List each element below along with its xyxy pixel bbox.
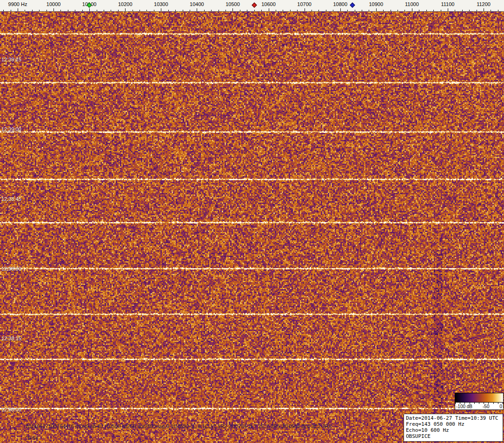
freq-tick xyxy=(362,10,362,11)
freq-tick xyxy=(484,8,484,11)
freq-tick xyxy=(419,10,419,11)
freq-tick xyxy=(283,10,283,11)
freq-marker-red-icon[interactable] xyxy=(252,2,257,7)
freq-tick xyxy=(204,10,205,11)
freq-tick xyxy=(383,10,384,11)
freq-axis-label: 9900 Hz xyxy=(8,1,27,7)
freq-tick xyxy=(398,10,398,11)
freq-axis-label: 10800 xyxy=(333,1,347,7)
freq-tick xyxy=(68,10,68,11)
scale-label-max: 0 xyxy=(499,404,502,409)
freq-tick xyxy=(426,10,427,11)
freq-tick xyxy=(197,8,197,11)
freq-tick xyxy=(433,10,434,11)
info-date-time: Date=2014-06-27 Time=10:39 UTC xyxy=(406,415,501,421)
freq-tick xyxy=(477,10,477,11)
status-info-box: Date=2014-06-27 Time=10:39 UTC Freq=143 … xyxy=(404,414,503,442)
time-label: 12:39:00 xyxy=(1,126,21,132)
cursor-readout-text: ^t+54 xyxy=(26,435,38,441)
freq-tick xyxy=(82,10,83,11)
info-station-name: OBSUPICE xyxy=(406,433,501,439)
freq-tick xyxy=(161,8,161,11)
freq-tick xyxy=(211,10,212,11)
time-label: 12:39:15 xyxy=(1,57,21,62)
freq-tick xyxy=(254,10,255,11)
time-label: 12:38:00 xyxy=(1,407,21,412)
freq-tick xyxy=(491,10,491,11)
freq-tick xyxy=(498,10,498,11)
freq-tick xyxy=(11,10,11,11)
freq-tick xyxy=(125,8,126,11)
freq-tick xyxy=(340,8,341,11)
freq-axis-label: 10600 xyxy=(261,1,276,7)
freq-tick xyxy=(97,10,97,11)
freq-tick xyxy=(133,10,133,11)
freq-tick xyxy=(347,10,348,11)
freq-tick xyxy=(111,10,111,11)
freq-tick xyxy=(312,10,312,11)
freq-axis-label: 10700 xyxy=(297,1,312,7)
freq-axis-label: 10900 xyxy=(369,1,384,7)
freq-tick xyxy=(75,10,75,11)
freq-tick xyxy=(118,10,119,11)
time-label: 12:38:45 xyxy=(1,196,21,202)
freq-axis-label: 10500 xyxy=(225,1,240,7)
freq-tick xyxy=(139,10,140,11)
scale-label-mid: -50 xyxy=(483,404,489,409)
freq-tick xyxy=(405,10,405,11)
freq-tick xyxy=(441,10,441,11)
freq-tick xyxy=(3,10,4,11)
freq-tick xyxy=(455,10,455,11)
freq-tick xyxy=(469,10,470,11)
freq-axis-label: 10000 xyxy=(46,1,61,7)
echo-meta-text: 20140627103754416 hCnt9 nb-81 f10590 hit… xyxy=(26,423,332,429)
freq-tick xyxy=(326,10,326,11)
freq-marker-blue-icon[interactable] xyxy=(350,2,355,7)
scale-label-min: -100 dB xyxy=(456,404,472,409)
freq-axis-label: 11000 xyxy=(405,1,419,7)
intensity-scale-labels: -100 dB -50 0 xyxy=(455,404,503,410)
freq-tick xyxy=(175,10,176,11)
freq-tick xyxy=(225,10,226,11)
spectrogram-app: 9900 Hz100001010010200103001040010500106… xyxy=(0,0,504,443)
freq-axis-label: 11100 xyxy=(441,1,454,7)
freq-tick xyxy=(60,10,61,11)
freq-axis-label: 10200 xyxy=(118,1,133,7)
freq-tick xyxy=(232,8,233,11)
freq-tick xyxy=(412,8,412,11)
freq-axis-label: 11200 xyxy=(477,1,491,7)
freq-tick xyxy=(247,10,247,11)
freq-tick xyxy=(183,10,183,11)
time-label: 12:38:30 xyxy=(1,266,21,271)
freq-tick xyxy=(448,8,448,11)
freq-tick xyxy=(39,10,40,11)
freq-tick xyxy=(219,10,219,11)
freq-tick xyxy=(276,10,276,11)
freq-tick xyxy=(25,10,25,11)
freq-tick xyxy=(89,8,90,11)
freq-tick xyxy=(146,10,147,11)
freq-tick xyxy=(333,10,333,11)
freq-tick xyxy=(261,10,262,11)
freq-tick xyxy=(154,10,154,11)
freq-tick xyxy=(46,10,47,11)
freq-tick xyxy=(297,10,298,11)
time-label: 12:38:15 xyxy=(1,336,21,341)
freq-tick xyxy=(369,10,369,11)
freq-tick xyxy=(18,8,18,11)
freq-tick xyxy=(290,10,291,11)
freq-tick xyxy=(376,8,377,11)
freq-tick xyxy=(53,8,54,11)
freq-tick xyxy=(269,8,269,11)
freq-tick xyxy=(240,10,240,11)
spectrogram-canvas xyxy=(0,12,504,443)
freq-tick xyxy=(355,10,355,11)
info-echo-frequency: Echo=10 600 Hz xyxy=(406,427,501,433)
freq-tick xyxy=(190,10,190,11)
freq-tick xyxy=(462,10,463,11)
freq-axis-label: 10300 xyxy=(154,1,168,7)
freq-tick xyxy=(104,10,104,11)
freq-tick xyxy=(318,10,319,11)
freq-tick xyxy=(32,10,33,11)
freq-tick xyxy=(168,10,169,11)
